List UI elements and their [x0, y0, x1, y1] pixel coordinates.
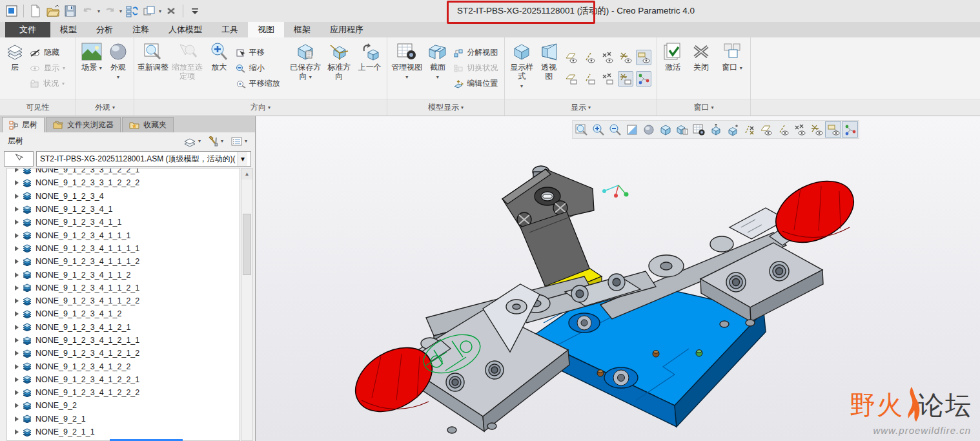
tab-folder-browser[interactable]: 文件夹浏览器: [46, 117, 121, 132]
shading-style-icon[interactable]: [640, 121, 657, 138]
close-window-icon[interactable]: [163, 3, 179, 19]
combo-dropdown-icon[interactable]: ▾: [238, 152, 247, 166]
undo-dropdown-icon[interactable]: ▾: [97, 8, 100, 14]
tree-row[interactable]: NONE_9_1_2_3_4_1_1_1: [7, 229, 240, 241]
group-label-model-display[interactable]: 模型显示▾: [387, 99, 504, 116]
tree-scrollbar[interactable]: ▲: [241, 168, 253, 441]
scene-button[interactable]: 场景 ▾: [79, 39, 104, 97]
view-manager-icon[interactable]: [691, 121, 707, 138]
tree-row[interactable]: NONE_9_1_2_3_4: [7, 190, 240, 203]
locating-pin-green[interactable]: [696, 350, 702, 356]
zoom-out-icon[interactable]: [607, 121, 623, 138]
tree-row[interactable]: NONE_9_1_2_3_4_1_2: [7, 307, 240, 320]
plane-display-toggle[interactable]: [564, 50, 579, 65]
csys-tag-display-toggle[interactable]: [618, 71, 633, 87]
group-label-show[interactable]: 显示▾: [505, 99, 657, 116]
pan-zoom-button[interactable]: 平移缩放: [234, 77, 287, 90]
csys-triad[interactable]: [602, 185, 629, 198]
show-button[interactable]: 显示▾: [28, 62, 66, 75]
tree-row[interactable]: NONE_9_2_1: [7, 413, 240, 426]
hide-button[interactable]: 隐藏: [28, 46, 66, 59]
plane-display-icon[interactable]: [758, 121, 774, 138]
locating-pin-brown[interactable]: [597, 370, 604, 376]
tree-row[interactable]: NONE_9_1_2_3_4_1_1: [7, 216, 240, 229]
tree-row[interactable]: NONE_9_1_2_3_4_1_1_1_1: [7, 242, 240, 255]
tab-model[interactable]: 模型: [50, 22, 87, 37]
vertical-block-part[interactable]: [502, 166, 594, 287]
sections-button[interactable]: 截面▾: [425, 39, 450, 97]
tools-menu-button[interactable]: ▾: [209, 136, 223, 147]
spin-center-toggle[interactable]: [636, 71, 651, 87]
tab-layer-tree[interactable]: 层树: [2, 117, 45, 132]
tree-row[interactable]: NONE_9_1_2_3_3_1_2_2_2: [7, 176, 240, 189]
undo-icon[interactable]: [80, 3, 96, 19]
tab-applications[interactable]: 应用程序: [320, 22, 373, 37]
annotation-display-toggle[interactable]: [636, 50, 651, 65]
tree-row[interactable]: NONE_9_1_2_3_4_1_1_2_2: [7, 294, 240, 307]
tab-tools[interactable]: 工具: [212, 22, 248, 37]
display-style-icon[interactable]: [657, 121, 673, 138]
activate-button[interactable]: 激活: [661, 39, 684, 97]
spin-center-icon[interactable]: [842, 121, 858, 138]
annotation-display-icon[interactable]: [825, 121, 841, 138]
saved-orientations-button[interactable]: 已保存方向 ▾: [289, 39, 322, 97]
window-switch-dropdown-icon[interactable]: ▾: [159, 8, 161, 14]
tree-row[interactable]: NONE_9_1_2_3_4_1_1_2_1: [7, 282, 240, 294]
pan-button[interactable]: 平移: [234, 46, 287, 59]
csys-display-icon[interactable]: [808, 121, 824, 138]
tab-annotate[interactable]: 注释: [123, 22, 159, 37]
switch-state-button[interactable]: 切换状况: [452, 62, 501, 75]
locating-pin-brown[interactable]: [653, 351, 659, 357]
tab-analysis[interactable]: 分析: [87, 22, 123, 37]
axis-display-toggle[interactable]: [582, 50, 597, 65]
scrollbar-thumb[interactable]: [243, 214, 251, 275]
csys-display-toggle[interactable]: [618, 50, 633, 65]
previous-orientation-button[interactable]: 上一个: [356, 39, 383, 97]
tree-row[interactable]: NONE_9_2: [7, 399, 240, 412]
tab-view[interactable]: 视图: [248, 22, 284, 37]
point-display-toggle[interactable]: [600, 50, 615, 65]
tree-row[interactable]: NONE_9_1_2_3_4_1_1_1_2: [7, 255, 240, 268]
tree-row[interactable]: NONE_9_1_2_3_4_1_2_1_1: [7, 334, 240, 347]
tree-row[interactable]: NONE_9_2_1_1: [7, 426, 240, 438]
named-view-icon[interactable]: [724, 121, 740, 138]
axis-tag-display-toggle[interactable]: [582, 71, 597, 87]
group-label-appearance[interactable]: 外观▾: [76, 99, 134, 116]
tree-row[interactable]: NONE_9_1_2_3_4_1_2_2: [7, 360, 240, 373]
zoom-in-icon[interactable]: [590, 121, 606, 138]
status-button[interactable]: 状况▾: [28, 77, 66, 90]
layers-button[interactable]: 层: [3, 39, 26, 97]
perspective-button[interactable]: 透视图: [537, 39, 560, 97]
tree-row[interactable]: NONE_9_1_2_3_4_1_2_1: [7, 321, 240, 334]
zoom-to-selected-button[interactable]: 缩放至选定项: [170, 39, 204, 97]
group-label-window[interactable]: 窗口▾: [657, 99, 750, 116]
refit-button[interactable]: 重新调整: [138, 39, 168, 97]
tree-row[interactable]: NONE_9_1_2_3_4_1: [7, 203, 240, 216]
tab-framework[interactable]: 框架: [284, 22, 320, 37]
new-file-icon[interactable]: [28, 3, 43, 19]
regenerate-icon[interactable]: [124, 3, 139, 19]
saved-orientations-icon[interactable]: [674, 121, 690, 138]
point-tag-display-toggle[interactable]: [600, 71, 615, 87]
zoom-out-button[interactable]: 缩小: [234, 62, 287, 75]
datum-display-filters-icon[interactable]: [741, 121, 757, 138]
tab-file[interactable]: 文件: [5, 22, 50, 37]
scroll-up-icon[interactable]: ▲: [241, 169, 252, 179]
windows-button[interactable]: 窗口 ▾: [718, 39, 746, 97]
edit-position-button[interactable]: 编辑位置: [452, 77, 501, 90]
redo-icon[interactable]: [102, 3, 117, 19]
expand-icon[interactable]: [15, 168, 19, 172]
window-switch-icon[interactable]: [141, 3, 157, 19]
view-normal-icon[interactable]: [708, 121, 724, 138]
open-file-icon[interactable]: [45, 3, 61, 19]
tree-row[interactable]: NONE_9_1_2_3_4_1_2_1_2: [7, 347, 240, 360]
plane-tag-display-toggle[interactable]: [564, 71, 579, 87]
right-red-handle-part[interactable]: [766, 169, 864, 255]
refit-icon[interactable]: [573, 121, 589, 138]
active-model-combobox[interactable]: ST2-IT-PBS-XG-20251128001.ASM (顶级模型，活动的)…: [36, 151, 251, 167]
graphics-area[interactable]: 野火 论坛 www.proewildfire.cn: [256, 116, 980, 441]
select-arrow-button[interactable]: [4, 151, 34, 167]
manage-views-button[interactable]: 管理视图▾: [391, 39, 423, 97]
axis-display-icon[interactable]: [775, 121, 791, 138]
customize-qat-icon[interactable]: [187, 3, 203, 19]
